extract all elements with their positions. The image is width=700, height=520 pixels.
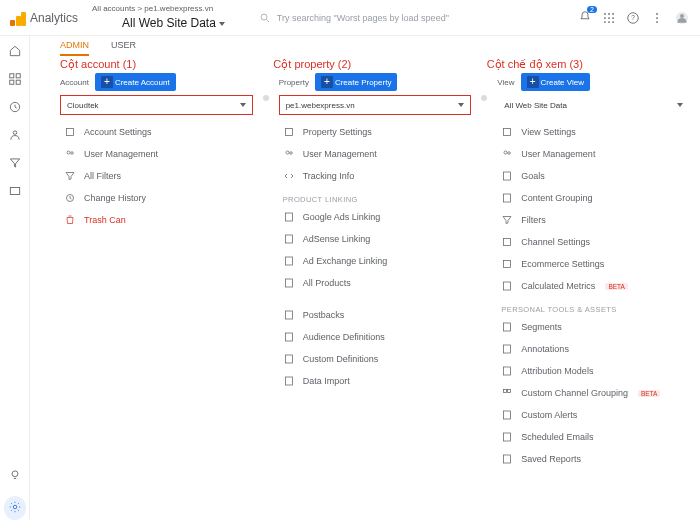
svg-point-7 <box>612 17 614 19</box>
search-placeholder: Try searching "Worst pages by load speed… <box>277 13 449 23</box>
nav-item-segments[interactable]: Segments <box>497 316 690 338</box>
svg-text:?: ? <box>631 14 635 21</box>
filter-icon <box>501 214 513 226</box>
admin-gear-icon[interactable] <box>4 496 26 520</box>
item-label: All Products <box>303 278 351 288</box>
nav-item-annotations[interactable]: Annotations <box>497 338 690 360</box>
column-handle[interactable] <box>481 95 487 101</box>
tab-admin[interactable]: ADMIN <box>60 40 89 56</box>
item-label: User Management <box>303 149 377 159</box>
item-label: Audience Definitions <box>303 332 385 342</box>
lightbulb-icon[interactable] <box>8 468 22 482</box>
nav-item-channel-settings[interactable]: Channel Settings <box>497 231 690 253</box>
nav-item-user-management[interactable]: User Management <box>279 143 472 165</box>
nav-item-user-management[interactable]: User Management <box>497 143 690 165</box>
create-property-button[interactable]: +Create Property <box>315 73 397 91</box>
admin-tabs: ADMIN USER <box>60 40 690 60</box>
nav-item-ecommerce-settings[interactable]: Ecommerce Settings <box>497 253 690 275</box>
nav-item-content-grouping[interactable]: Content Grouping <box>497 187 690 209</box>
svg-point-28 <box>67 151 70 154</box>
account-selected: Cloudtek <box>67 101 99 110</box>
create-account-button[interactable]: +Create Account <box>95 73 176 91</box>
svg-point-17 <box>680 14 684 18</box>
nav-item-custom-definitions[interactable]: Custom Definitions <box>279 348 472 370</box>
tab-user[interactable]: USER <box>111 40 136 56</box>
create-view-button[interactable]: +Create View <box>521 73 590 91</box>
more-vert-icon[interactable] <box>650 11 664 25</box>
svg-rect-24 <box>10 188 19 195</box>
svg-rect-36 <box>285 257 292 265</box>
chevron-down-icon <box>219 22 225 26</box>
nav-item-data-import[interactable]: Data Import <box>279 370 472 392</box>
svg-rect-48 <box>504 261 511 268</box>
item-label: User Management <box>84 149 158 159</box>
account-switcher[interactable]: All accounts > pe1.webexpress.vn All Web… <box>92 5 235 31</box>
person-icon[interactable] <box>8 128 22 142</box>
notifications-button[interactable]: 2 <box>578 10 592 26</box>
help-icon[interactable]: ? <box>626 11 640 25</box>
item-label: Account Settings <box>84 127 152 137</box>
brand-name: Analytics <box>30 11 78 25</box>
doc-icon <box>501 280 513 292</box>
home-icon[interactable] <box>8 44 22 58</box>
doc-icon <box>501 365 513 377</box>
item-label: Annotations <box>521 344 569 354</box>
nav-item-all-products[interactable]: All Products <box>279 272 472 294</box>
column-handle[interactable] <box>263 95 269 101</box>
tag-icon[interactable] <box>8 184 22 198</box>
item-label: Custom Alerts <box>521 410 577 420</box>
nav-item-postbacks[interactable]: Postbacks <box>279 304 472 326</box>
breadcrumb-path: All accounts > pe1.webexpress.vn <box>92 5 235 14</box>
item-label: Tracking Info <box>303 171 355 181</box>
nav-item-account-settings[interactable]: Account Settings <box>60 121 253 143</box>
svg-rect-39 <box>285 333 292 341</box>
account-selector[interactable]: Cloudtek <box>60 95 253 115</box>
nav-item-view-settings[interactable]: View Settings <box>497 121 690 143</box>
doc-icon <box>501 431 513 443</box>
nav-item-property-settings[interactable]: Property Settings <box>279 121 472 143</box>
nav-item-adsense-linking[interactable]: AdSense Linking <box>279 228 472 250</box>
nav-item-user-management[interactable]: User Management <box>60 143 253 165</box>
svg-point-2 <box>604 13 606 15</box>
doc-icon <box>501 409 513 421</box>
item-label: View Settings <box>521 127 575 137</box>
svg-rect-20 <box>9 80 13 84</box>
apps-icon[interactable] <box>602 11 616 25</box>
view-selector[interactable]: All Web Site Data <box>497 95 690 115</box>
svg-rect-54 <box>508 390 511 393</box>
svg-point-8 <box>604 21 606 23</box>
svg-rect-21 <box>16 80 20 84</box>
funnel-icon[interactable] <box>8 156 22 170</box>
account-icon[interactable] <box>674 10 690 26</box>
item-label: Attribution Models <box>521 366 593 376</box>
search-bar[interactable]: Try searching "Worst pages by load speed… <box>259 12 570 24</box>
svg-point-26 <box>13 505 17 509</box>
item-label: AdSense Linking <box>303 234 371 244</box>
nav-item-audience-definitions[interactable]: Audience Definitions <box>279 326 472 348</box>
settings-icon <box>501 126 513 138</box>
property-selector[interactable]: pe1.webexpress.vn <box>279 95 472 115</box>
nav-item-tracking-info[interactable]: Tracking Info <box>279 165 472 187</box>
ccg-label: Custom Channel Grouping <box>521 388 628 398</box>
nav-item-goals[interactable]: Goals <box>497 165 690 187</box>
item-label: Saved Reports <box>521 454 581 464</box>
nav-item-custom-alerts[interactable]: Custom Alerts <box>497 404 690 426</box>
nav-item-change-history[interactable]: Change History <box>60 187 253 209</box>
nav-item-saved-reports[interactable]: Saved Reports <box>497 448 690 470</box>
top-actions: 2 ? <box>578 10 690 26</box>
item-label: User Management <box>521 149 595 159</box>
view-item-calculated-metrics[interactable]: Calculated Metrics BETA <box>497 275 690 297</box>
nav-item-attribution-models[interactable]: Attribution Models <box>497 360 690 382</box>
clock-icon[interactable] <box>8 100 22 114</box>
nav-item-google-ads-linking[interactable]: Google Ads Linking <box>279 206 472 228</box>
nav-item-scheduled-emails[interactable]: Scheduled Emails <box>497 426 690 448</box>
doc-icon <box>283 375 295 387</box>
nav-item-filters[interactable]: Filters <box>497 209 690 231</box>
nav-item-all-filters[interactable]: All Filters <box>60 165 253 187</box>
svg-rect-19 <box>16 74 20 78</box>
nav-item-trash-can[interactable]: Trash Can <box>60 209 253 231</box>
view-item-custom-channel-grouping[interactable]: Custom Channel Grouping BETA <box>497 382 690 404</box>
context-name: All Web Site Data <box>122 17 216 30</box>
nav-item-ad-exchange-linking[interactable]: Ad Exchange Linking <box>279 250 472 272</box>
dashboard-icon[interactable] <box>8 72 22 86</box>
